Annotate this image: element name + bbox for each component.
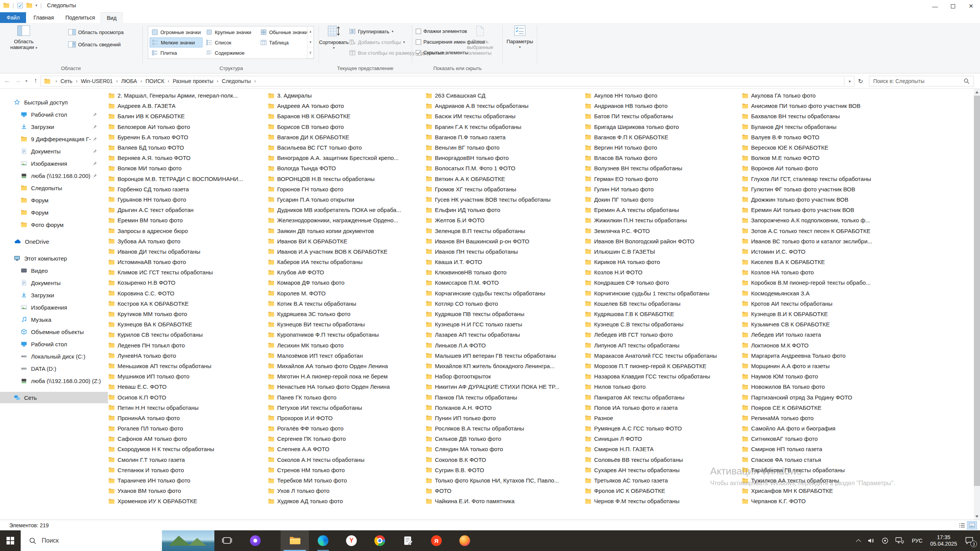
file-item[interactable]: Батов ПИ тексты обработаны: [585, 111, 740, 121]
file-item[interactable]: Котляр СО только фото: [426, 298, 580, 309]
layout-option[interactable]: Содержимое: [204, 48, 257, 58]
taskbar-app-alice[interactable]: [241, 530, 270, 551]
qat-customize-icon[interactable]: ▾: [36, 3, 38, 7]
sidebar-item-люба-192-168-0-200-[interactable]: люба (\\192.168.0.200): [0, 170, 108, 181]
file-item[interactable]: Воронцов М.В. ТЕТРАДИ С ВОСПОМИНАНИ...: [108, 174, 263, 184]
sidebar-item-документы[interactable]: Документы: [0, 145, 108, 157]
file-item[interactable]: Ельфин ИД только фото: [426, 205, 580, 215]
sidebar-item-быстрый-доступ[interactable]: Быстрый доступ: [0, 96, 108, 108]
file-item[interactable]: Черпанов К.Г. ФОТО: [742, 496, 897, 506]
file-item[interactable]: Андрианов НВ только фото: [585, 101, 740, 111]
scroll-up-icon[interactable]: [974, 89, 980, 95]
vertical-scrollbar[interactable]: [974, 89, 980, 520]
file-item[interactable]: Кудряшева ЗС только фото: [268, 309, 423, 319]
breadcrumb-item[interactable]: ЛЮБА: [120, 78, 138, 84]
file-item[interactable]: Борисов СВ только фото: [268, 122, 423, 132]
file-item[interactable]: Михайлов КП житель блокадного Ленингра..…: [426, 361, 580, 371]
file-item[interactable]: Иванов ДИ тексты обработаны: [108, 246, 263, 257]
tray-expand-icon[interactable]: [857, 538, 860, 543]
sidebar-item-data-d-[interactable]: DATA (D:): [0, 363, 108, 374]
file-item[interactable]: Истомин И.С. ФОТО: [742, 246, 897, 257]
file-item[interactable]: Глухов ЛИ ГСТ, сталевар тексты обработан…: [742, 174, 897, 184]
file-item[interactable]: Только фото Крылов НИ, Кутахов ПС, Павло…: [426, 475, 580, 486]
sidebar-item-onedrive[interactable]: OneDrive: [0, 236, 108, 247]
file-item[interactable]: Докин ПГ только фото: [585, 194, 740, 205]
file-item[interactable]: Космодемьянская З.А: [742, 288, 897, 298]
scroll-down-icon[interactable]: [974, 513, 980, 520]
file-item[interactable]: Смирнов НП только газета: [742, 444, 897, 454]
taskbar-app-notes[interactable]: [394, 530, 422, 551]
sidebar-item-локальный-диск-c-[interactable]: Локальный диск (C:): [0, 350, 108, 362]
file-item[interactable]: Рогалёв ФФ только фото: [268, 423, 423, 434]
file-item[interactable]: ИстоминаАВ только фото: [108, 257, 263, 267]
file-item[interactable]: Тараничев ИН только фото: [108, 475, 263, 486]
network-display-icon[interactable]: [895, 537, 905, 544]
breadcrumb-item[interactable]: Сеть: [60, 78, 73, 84]
file-item[interactable]: Росляков В.А тексты обработаны: [426, 423, 580, 434]
details-view-toggle[interactable]: [957, 521, 967, 530]
file-item[interactable]: Лебедев ИИ только газета: [742, 329, 897, 340]
file-item[interactable]: Теребков МИ только фото: [268, 475, 423, 486]
file-item[interactable]: Желтов Б.И ФОТО: [426, 215, 580, 225]
file-item[interactable]: Фролов ИС К ОБРАБОТКЕ: [585, 486, 740, 496]
file-item[interactable]: Малышев ИП ветеран ГВ тексты обработаны: [426, 350, 580, 361]
sidebar-item-загрузки[interactable]: Загрузки: [0, 289, 108, 301]
sidebar-item-документы[interactable]: Документы: [0, 277, 108, 289]
file-item[interactable]: Еремин АИ только фото участник ВОВ: [742, 205, 897, 215]
file-item[interactable]: Меньшиков АП тексты обработаны: [108, 361, 263, 371]
file-item[interactable]: Кириков НА только фото: [585, 257, 740, 267]
file-item[interactable]: СитниковАГ только фото: [742, 434, 897, 444]
file-item[interactable]: Козлов Н.И ФОТО: [585, 267, 740, 277]
sidebar-item-рабочий-стол[interactable]: Рабочий стол: [0, 338, 108, 350]
file-item[interactable]: Гулин НИ только фото: [585, 184, 740, 194]
layout-option[interactable]: Крупные значки: [204, 27, 257, 37]
file-item[interactable]: Леденев ПН толькл фото: [108, 340, 263, 350]
file-item[interactable]: Кузьмичев СВ К ОБРАБОТКЕ: [742, 319, 897, 329]
sidebar-item-фото-форум[interactable]: Фото форум: [0, 219, 108, 230]
file-item[interactable]: Чайкина Е.И. Фото памятника: [426, 496, 580, 506]
breadcrumb-item[interactable]: Win-USER01: [80, 78, 113, 84]
file-item[interactable]: Крутиков ММ только фото: [108, 309, 263, 319]
file-item[interactable]: Горюнов ГН только фото: [268, 184, 423, 194]
sidebar-item-объемные-объекты[interactable]: Объемные объекты: [0, 326, 108, 337]
file-item[interactable]: Чернов Ф.М тексты обработаны: [585, 496, 740, 506]
file-item[interactable]: Курилов СВ тексты обработаны: [108, 329, 263, 340]
file-item[interactable]: Дрыгин А.С текст обработан: [108, 205, 263, 215]
file-item[interactable]: Клубов АФ ФОТО: [268, 267, 423, 277]
file-item[interactable]: Корчигинские судьбы 1 тексты обработаны: [585, 288, 740, 298]
file-item[interactable]: Заякин ДВ только копии документов: [268, 225, 423, 236]
file-item[interactable]: Малозёмов ИП текст обработан: [268, 350, 423, 361]
file-item[interactable]: Синицын Л ФОТО: [585, 434, 740, 444]
scrollbar-thumb[interactable]: [974, 96, 980, 486]
file-item[interactable]: Баранов НВ К ОБРАБОТКЕ: [268, 111, 423, 121]
details-pane-button[interactable]: Область сведений: [68, 41, 121, 47]
file-item[interactable]: Железнодорожники, награжденные Ордено...: [268, 215, 423, 225]
file-item[interactable]: Маргарита Андреевна Только фото: [742, 350, 897, 361]
file-item[interactable]: ФОТО: [426, 486, 580, 496]
disabled-button[interactable]: Добавить столбцы▾: [349, 39, 405, 45]
file-item[interactable]: Прохоров И.И ФОТО: [268, 413, 423, 423]
file-item[interactable]: Комаров ДФ только фото: [268, 277, 423, 288]
file-item[interactable]: Герман ЕО только фото: [585, 174, 740, 184]
file-item[interactable]: Степанюк И только фото: [108, 465, 263, 475]
file-item[interactable]: Морозов П.Т пионер-герой К ОБРАБОТКЕ: [585, 361, 740, 371]
file-item[interactable]: Нилов только фото: [585, 381, 740, 392]
file-item[interactable]: Морщинин А.А фото и газеты: [742, 361, 897, 371]
taskbar-app-chrome[interactable]: [366, 530, 394, 551]
file-item[interactable]: Власов ВА только фото: [585, 153, 740, 163]
file-item[interactable]: Кузнецов ВА К ОБРАБОТКЕ: [108, 319, 263, 329]
file-item[interactable]: Ненастьев НА только фото Орден Ленина: [268, 381, 423, 392]
file-item[interactable]: Вяткин А.А К ОБРАБОТКЕ: [426, 174, 580, 184]
taskbar-app-yandex[interactable]: Я: [422, 530, 451, 551]
file-item[interactable]: Волков М.Е только ФОТО: [742, 153, 897, 163]
minimize-button[interactable]: —: [926, 0, 944, 12]
layout-option[interactable]: Мелкие значки: [150, 37, 203, 47]
file-item[interactable]: ЛуневНА только фото: [108, 350, 263, 361]
file-item[interactable]: Киселев В.А К ОБРАБОТКЕ: [742, 257, 897, 267]
address-dropdown-icon[interactable]: ▾: [845, 76, 854, 86]
file-item[interactable]: Анисимов ПИ только фото участник ВОВ: [742, 101, 897, 111]
file-item[interactable]: Андреев АА только фото: [268, 101, 423, 111]
file-item[interactable]: Сляндин МА только фото: [426, 444, 580, 454]
file-item[interactable]: Белозеров АИ только фото: [108, 122, 263, 132]
forward-button[interactable]: →: [13, 75, 23, 86]
